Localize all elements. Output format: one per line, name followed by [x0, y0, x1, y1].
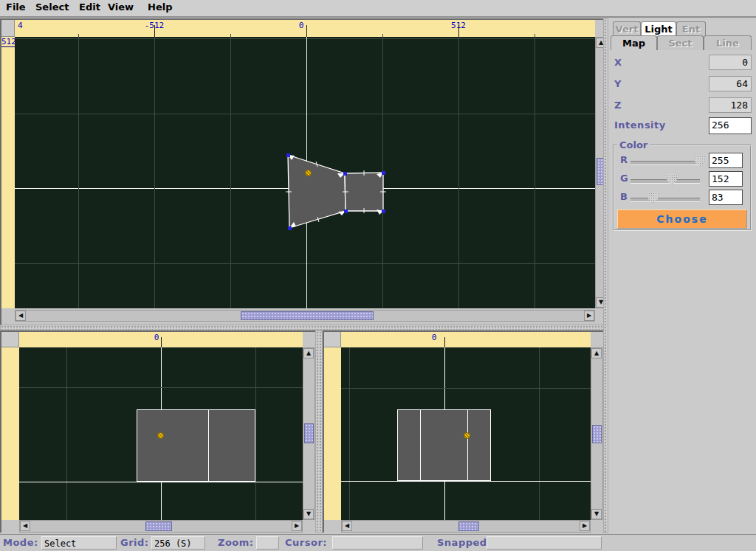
gridline-v: [66, 347, 67, 520]
green-field[interactable]: 152: [709, 171, 743, 187]
mode-label: Mode:: [3, 537, 38, 548]
menu-item-help[interactable]: Help: [148, 1, 172, 13]
ruler-tick: [154, 25, 155, 37]
viewport-bottom-right-2d: 0 ▲ ▼ ◀ ▶: [323, 330, 607, 533]
ruler-corner: [1, 332, 19, 347]
gridline-v: [255, 347, 256, 520]
tab-vert[interactable]: Vert: [613, 21, 641, 36]
brush-trapezoid[interactable]: [288, 155, 346, 228]
gridline-v: [349, 347, 350, 520]
blue-slider[interactable]: [630, 198, 700, 202]
scroll-left-icon[interactable]: ◀: [342, 521, 352, 531]
grid-field: 256 (S): [151, 536, 205, 550]
map-canvas-bottom-left[interactable]: [19, 347, 303, 520]
ruler-label: 0: [299, 21, 304, 30]
scroll-right-icon[interactable]: ▶: [580, 521, 590, 531]
brush-edge: [420, 410, 421, 480]
brush-rectangle[interactable]: [345, 173, 383, 211]
splitter-panel[interactable]: [603, 18, 608, 533]
scrollbar-thumb[interactable]: [458, 521, 479, 531]
menu-item-file[interactable]: File: [6, 1, 26, 13]
light-entity-icon[interactable]: [157, 432, 164, 439]
axis-line-h: [341, 481, 591, 482]
x-field[interactable]: 0: [709, 55, 752, 70]
green-slider[interactable]: [630, 179, 700, 184]
blue-field[interactable]: 83: [709, 190, 743, 205]
zoom-label: Zoom:: [218, 537, 254, 548]
brush-edge: [467, 410, 468, 480]
map-canvas-top[interactable]: [15, 37, 595, 308]
scroll-up-icon[interactable]: ▲: [591, 348, 602, 358]
z-field[interactable]: 128: [709, 97, 752, 113]
ruler-horizontal: 0: [19, 332, 303, 347]
brush-front-view[interactable]: [397, 409, 491, 481]
horizontal-scrollbar[interactable]: ◀ ▶: [19, 520, 303, 533]
scrollbar-thumb[interactable]: [592, 425, 602, 443]
light-entity-icon[interactable]: [464, 432, 470, 439]
map-canvas-bottom-right[interactable]: [341, 347, 591, 520]
tab-map[interactable]: Map: [611, 35, 657, 50]
ruler-vertical: 512: [1, 37, 15, 308]
ruler-label: 0: [432, 333, 437, 342]
y-field[interactable]: 64: [709, 76, 752, 91]
menu-bar: File Select Edit View Help: [0, 0, 756, 18]
scroll-up-icon[interactable]: ▲: [303, 348, 314, 358]
horizontal-scrollbar[interactable]: ◀ ▶: [341, 520, 591, 533]
gridline-h: [19, 387, 303, 388]
horizontal-scrollbar[interactable]: ◀ ▶: [15, 310, 595, 322]
ruler-corner: [324, 332, 341, 347]
z-label: Z: [614, 100, 622, 111]
scrollbar-thumb[interactable]: [145, 521, 172, 531]
tab-sect[interactable]: Sect: [657, 35, 704, 50]
choose-color-button[interactable]: Choose: [617, 209, 747, 229]
tab-line[interactable]: Line: [704, 35, 752, 50]
green-label: G: [620, 173, 628, 184]
color-group-label: Color: [617, 139, 650, 150]
scroll-right-icon[interactable]: ▶: [584, 311, 594, 321]
axis-line-h: [19, 482, 303, 482]
scroll-left-icon[interactable]: ◀: [20, 521, 30, 531]
intensity-field[interactable]: 256: [709, 117, 752, 134]
menu-item-select[interactable]: Select: [35, 1, 69, 13]
scroll-left-icon[interactable]: ◀: [16, 311, 26, 321]
light-entity-icon[interactable]: [305, 170, 312, 176]
scroll-down-icon[interactable]: ▼: [591, 509, 602, 519]
ruler-tick: [444, 337, 445, 347]
ruler-label: 512: [1, 37, 15, 47]
menu-item-view[interactable]: View: [108, 1, 134, 13]
ruler-horizontal: 0: [341, 332, 591, 347]
vertical-scrollbar[interactable]: ▲ ▼: [591, 347, 603, 520]
ruler-tick: [306, 25, 307, 37]
tab-light[interactable]: Light: [641, 21, 676, 36]
viewport-top-2d: 4 -512 0 512 512: [0, 18, 607, 325]
cursor-label: Cursor:: [285, 537, 327, 548]
vertical-scrollbar[interactable]: ▲ ▼: [303, 347, 315, 520]
tab-ent[interactable]: Ent: [676, 21, 706, 36]
ruler-tick: [161, 337, 162, 347]
splitter-horizontal[interactable]: [0, 325, 607, 330]
scroll-down-icon[interactable]: ▼: [303, 509, 314, 519]
viewport-bottom-left-2d: 0 ▲ ▼ ◀ ▶: [0, 330, 315, 533]
status-bar: Mode: Select Grid: 256 (S) Zoom: Cursor:…: [0, 534, 756, 551]
zoom-field: [256, 536, 279, 550]
red-field[interactable]: 255: [709, 153, 743, 168]
map-editor-window: File Select Edit View Help 4 -512 0 512 …: [0, 0, 756, 551]
menu-item-edit[interactable]: Edit: [79, 1, 100, 13]
scrollbar-thumb[interactable]: [241, 311, 374, 320]
snapped-field: [487, 536, 602, 550]
mode-field: Select: [41, 536, 117, 550]
splitter-vertical[interactable]: [315, 330, 323, 533]
ruler-horizontal: 4 -512 0 512: [15, 20, 595, 37]
ruler-corner: [1, 20, 15, 37]
brush-side-view[interactable]: [137, 409, 255, 482]
properties-panel: Vert Light Ent Map Sect Line X 0 Y 64 Z …: [608, 18, 756, 551]
gridline-v: [539, 347, 540, 520]
scroll-right-icon[interactable]: ▶: [292, 521, 302, 531]
ruler-label-partial: 4: [18, 21, 23, 30]
brush-edge: [208, 410, 209, 481]
blue-label: B: [620, 191, 628, 202]
scrollbar-thumb[interactable]: [304, 423, 314, 443]
y-label: Y: [614, 78, 622, 89]
red-slider[interactable]: [630, 161, 700, 165]
ruler-vertical: [1, 347, 19, 520]
